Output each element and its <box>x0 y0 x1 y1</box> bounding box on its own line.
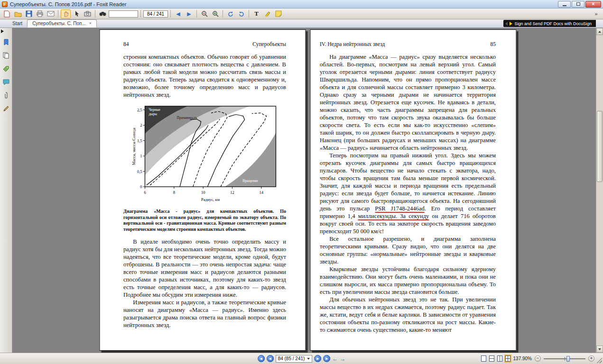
sticky-note-icon <box>275 10 282 17</box>
first-page-icon: ◀ <box>260 357 262 360</box>
file-menu-button[interactable] <box>2 9 12 18</box>
expand-panel-arrow-icon[interactable] <box>1 29 4 33</box>
minimize-button[interactable] <box>558 1 571 8</box>
page-display-text: 84 (85 / 241) <box>278 356 305 361</box>
x-tick-label: 8 <box>173 190 175 195</box>
rotate-left-button[interactable] <box>225 9 235 18</box>
note-button[interactable] <box>273 9 283 18</box>
rotate-left-icon <box>227 11 234 17</box>
page-dropdown-arrow-icon <box>307 358 310 360</box>
x-tick-label: 14 <box>260 190 264 195</box>
previous-view-icon: ← <box>332 355 338 362</box>
text-select-button[interactable]: T <box>251 9 261 18</box>
x-axis-label: Радиус, км <box>201 197 220 202</box>
scrollbar-thumb[interactable] <box>597 111 603 182</box>
docusign-logo-icon <box>510 22 512 26</box>
highlight-button[interactable] <box>262 9 272 18</box>
first-page-button[interactable]: ◀ <box>258 355 265 362</box>
continuous-view-button[interactable] <box>489 355 494 362</box>
tab-close-icon[interactable]: × <box>89 21 92 26</box>
snapshot-button[interactable] <box>83 9 93 18</box>
signature-panel-button[interactable] <box>1 104 11 113</box>
last-page-icon: ▶ <box>325 357 328 360</box>
figure-caption: Диаграмма «Масса - радиус» для компактны… <box>123 209 286 232</box>
paragraph: строения компактных объектов. Обычно гов… <box>123 53 286 99</box>
model-curve <box>207 115 244 187</box>
page-spread: 84 Суперобъекты строения компактных объе… <box>99 29 516 351</box>
previous-page-icon: ◀ <box>176 11 180 17</box>
last-page-button[interactable]: ▶ <box>323 355 330 362</box>
toolbar-separator <box>249 10 249 18</box>
pdf-page-85: IV. Недра нейтронных звезд 85 На диаграм… <box>310 29 516 351</box>
page-navigation-controls: ◀ ◀ 84 (85 / 241) ▶ ▶ ← → <box>258 355 346 363</box>
tab-document[interactable]: Суперобъекты. С. Поп... × <box>27 19 97 27</box>
comment-bubble-icon <box>3 79 9 85</box>
toolbar-separator <box>170 10 171 18</box>
save-button[interactable] <box>24 9 34 18</box>
rotate-right-button[interactable] <box>236 9 246 18</box>
page-85-header: IV. Недра нейтронных звезд 85 <box>320 41 496 47</box>
layers-panel-button[interactable] <box>1 64 11 73</box>
bookmarks-panel-button[interactable] <box>1 38 11 46</box>
comments-panel-button[interactable] <box>1 78 11 86</box>
p2-underlined-milliseconds[interactable]: миллисекунды. За секунду <box>358 213 429 220</box>
hand-tool-icon <box>63 10 69 18</box>
zoom-in-button[interactable] <box>210 9 220 18</box>
hand-tool-button[interactable] <box>61 9 71 18</box>
email-button[interactable] <box>46 9 56 18</box>
banner-collapse-icon[interactable] <box>505 22 508 26</box>
scroll-down-button[interactable] <box>596 346 603 353</box>
zoom-out-button[interactable] <box>199 9 209 18</box>
docusign-banner[interactable]: Sign and Send PDF Docs with DocuSign <box>503 20 596 27</box>
mass-radius-chart: Черные дыры Причинность Вращение Радиус,… <box>131 103 279 204</box>
previous-view-button[interactable]: ← <box>332 356 338 362</box>
y-tick-label: 0,5 <box>137 169 142 174</box>
next-view-button[interactable]: → <box>340 356 345 362</box>
scroll-up-button[interactable] <box>596 28 603 35</box>
open-file-button[interactable] <box>13 9 23 18</box>
maximize-button[interactable] <box>572 1 584 8</box>
previous-page-button[interactable]: ◀ <box>267 355 274 362</box>
find-button[interactable] <box>98 9 108 18</box>
previous-page-button[interactable]: ◀ <box>173 9 183 18</box>
next-page-button[interactable]: ▶ <box>314 355 321 362</box>
single-page-view-button[interactable] <box>481 355 486 362</box>
docusign-banner-text: Sign and Send PDF Docs with DocuSign <box>514 21 592 26</box>
select-tool-button[interactable] <box>72 9 82 18</box>
zoom-slider[interactable] <box>544 356 585 362</box>
next-page-button[interactable]: ▶ <box>184 9 194 18</box>
open-folder-icon <box>14 11 22 17</box>
facing-view-button[interactable] <box>497 355 502 362</box>
email-icon <box>47 11 55 17</box>
page-84-body: строения компактных объектов. Обычно гов… <box>123 53 286 329</box>
paragraph: В идеале необходимо очень точно определи… <box>123 238 286 299</box>
page-display-combo[interactable]: 84 (85 / 241) <box>276 355 313 363</box>
zoom-slider-thumb[interactable] <box>566 356 570 362</box>
y-tick-label: 0 <box>140 184 142 189</box>
close-icon: × <box>592 1 595 7</box>
page-number-input[interactable] <box>143 10 168 18</box>
print-button[interactable] <box>35 9 45 18</box>
pdf-page-84: 84 Суперобъекты строения компактных объе… <box>99 29 306 351</box>
toolbar-overflow-button[interactable]: » <box>591 9 601 18</box>
find-input[interactable] <box>109 10 138 18</box>
continuous-facing-view-button[interactable] <box>505 355 510 362</box>
toolbar-separator <box>196 10 197 18</box>
close-button[interactable]: × <box>585 1 601 8</box>
vertical-scrollbar[interactable] <box>596 28 603 353</box>
document-view-area[interactable]: 84 Суперобъекты строения компактных объе… <box>12 28 603 353</box>
zoom-in-button[interactable]: + <box>588 355 594 362</box>
zoom-out-button[interactable]: − <box>535 355 541 362</box>
p2-underlined-pulsar-name[interactable]: PSR J1748-2446ad <box>375 205 425 213</box>
select-tool-icon <box>74 10 80 17</box>
print-icon <box>36 10 44 17</box>
text-tool-icon: T <box>254 10 259 18</box>
pages-panel-button[interactable] <box>1 51 11 60</box>
y-tick-label: 1,5 <box>137 138 142 143</box>
toolbar-separator <box>95 10 95 18</box>
window-title: Суперобъекты. С. Попов 2016.pdf - Foxit … <box>10 1 557 7</box>
y-tick-label: 2 <box>140 123 142 127</box>
attachments-panel-button[interactable] <box>1 91 11 100</box>
tab-start[interactable]: Start <box>8 19 27 27</box>
navigation-panel-sidebar <box>0 28 12 353</box>
